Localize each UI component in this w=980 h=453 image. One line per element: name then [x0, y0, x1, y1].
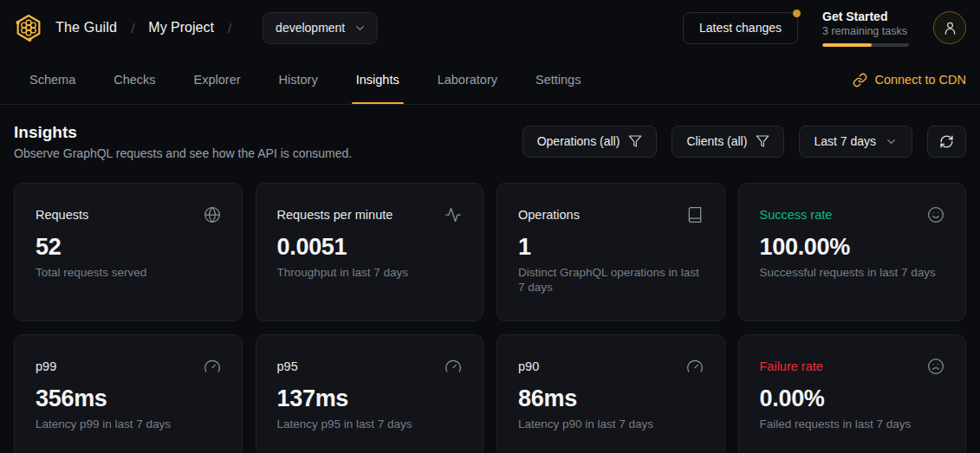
gauge-icon — [445, 358, 462, 375]
latest-changes-label: Latest changes — [699, 21, 782, 35]
get-started-title: Get Started — [822, 10, 909, 24]
stat-card-p99: p99 356ms Latency p99 in last 7 days — [14, 334, 243, 453]
card-title: Failure rate — [760, 358, 823, 375]
gauge-icon — [686, 358, 704, 375]
stat-card-failure-rate: Failure rate 0.00% Failed requests in la… — [738, 334, 967, 453]
book-icon — [686, 206, 704, 223]
tab-schema[interactable]: Schema — [29, 55, 75, 104]
card-description: Throughput in last 7 days — [277, 265, 463, 280]
card-title: p90 — [518, 358, 539, 375]
page-title: Insights — [14, 122, 352, 143]
breadcrumb-project[interactable]: My Project — [148, 20, 214, 36]
cdn-link-label: Connect to CDN — [874, 73, 966, 87]
tab-explorer[interactable]: Explorer — [194, 55, 241, 104]
card-value: 52 — [36, 233, 221, 261]
tab-laboratory[interactable]: Laboratory — [438, 55, 497, 104]
filter-icon — [628, 134, 642, 148]
target-select-value: development — [276, 21, 345, 35]
page-header: Insights Observe GraphQL requests and se… — [14, 122, 966, 160]
get-started-subtitle: 3 remaining tasks — [822, 24, 909, 38]
stat-card-p90: p90 86ms Latency p90 in last 7 days — [496, 334, 725, 453]
date-range-select[interactable]: Last 7 days — [799, 126, 912, 158]
gauge-icon — [204, 358, 221, 375]
card-value: 1 — [518, 233, 704, 261]
notification-dot — [793, 10, 801, 17]
breadcrumb-separator: / — [228, 21, 231, 36]
card-description: Total requests served — [36, 265, 221, 280]
link-icon — [853, 73, 867, 87]
insights-page: Insights Observe GraphQL requests and se… — [0, 105, 980, 453]
card-description: Latency p95 in last 7 days — [277, 417, 463, 431]
connect-to-cdn-link[interactable]: Connect to CDN — [853, 55, 966, 104]
refresh-icon — [939, 134, 954, 149]
tab-checks[interactable]: Checks — [114, 55, 155, 104]
globe-icon — [204, 206, 221, 223]
frown-icon — [927, 358, 944, 375]
nav-tabs: Schema Checks Explorer History Insights … — [29, 55, 581, 104]
card-value: 356ms — [36, 385, 221, 412]
guild-logo[interactable] — [14, 13, 43, 42]
header-actions: Latest changes Get Started 3 remaining t… — [683, 10, 966, 47]
operations-filter-label: Operations (all) — [537, 134, 620, 148]
card-title: Operations — [518, 206, 580, 223]
clients-filter-label: Clients (all) — [686, 134, 747, 148]
tab-insights[interactable]: Insights — [356, 55, 399, 104]
tab-history[interactable]: History — [279, 55, 318, 104]
get-started-widget[interactable]: Get Started 3 remaining tasks — [822, 10, 909, 47]
smile-icon — [927, 206, 944, 223]
stat-card-success-rate: Success rate 100.00% Successful requests… — [738, 183, 967, 321]
card-title: Success rate — [760, 206, 833, 223]
card-title: p99 — [36, 358, 56, 375]
card-value: 137ms — [277, 385, 463, 412]
latest-changes-button[interactable]: Latest changes — [683, 12, 798, 44]
main-nav: Schema Checks Explorer History Insights … — [0, 55, 980, 105]
page-subtitle: Observe GraphQL requests and see how the… — [14, 146, 352, 160]
card-value: 0.0051 — [277, 233, 463, 261]
card-value: 86ms — [518, 385, 704, 412]
page-title-block: Insights Observe GraphQL requests and se… — [14, 122, 352, 160]
filters-bar: Operations (all) Clients (all) Last 7 da… — [522, 126, 966, 158]
card-description: Successful requests in last 7 days — [760, 265, 945, 280]
breadcrumb-org[interactable]: The Guild — [55, 20, 117, 36]
get-started-progress — [822, 43, 909, 47]
card-title: p95 — [277, 358, 298, 375]
card-value: 100.00% — [760, 233, 945, 261]
card-description: Distinct GraphQL operations in last 7 da… — [518, 265, 704, 294]
target-select[interactable]: development — [263, 12, 378, 44]
get-started-progress-fill — [822, 43, 872, 47]
clients-filter-button[interactable]: Clients (all) — [672, 126, 784, 158]
top-header: The Guild / My Project / development Lat… — [0, 0, 980, 55]
card-description: Latency p90 in last 7 days — [518, 417, 704, 431]
stat-card-requests-per-minute: Requests per minute 0.0051 Throughput in… — [256, 183, 484, 321]
stats-grid: Requests 52 Total requests served Reques… — [14, 183, 966, 453]
stat-card-requests: Requests 52 Total requests served — [14, 183, 243, 321]
stat-card-operations: Operations 1 Distinct GraphQL operations… — [496, 183, 725, 321]
tab-settings[interactable]: Settings — [535, 55, 581, 104]
user-icon — [942, 20, 958, 36]
activity-icon — [445, 206, 462, 223]
user-avatar[interactable] — [933, 11, 966, 44]
filter-icon — [756, 134, 769, 148]
card-description: Failed requests in last 7 days — [760, 417, 945, 431]
breadcrumb-separator: / — [131, 21, 134, 36]
stat-card-p95: p95 137ms Latency p95 in last 7 days — [256, 334, 484, 453]
operations-filter-button[interactable]: Operations (all) — [522, 126, 658, 158]
chevron-down-icon — [885, 135, 898, 148]
card-description: Latency p99 in last 7 days — [36, 417, 221, 431]
card-title: Requests per minute — [277, 206, 393, 223]
chevron-down-icon — [354, 22, 367, 35]
refresh-button[interactable] — [927, 126, 966, 158]
card-value: 0.00% — [760, 385, 945, 412]
date-range-value: Last 7 days — [814, 134, 876, 148]
card-title: Requests — [36, 206, 88, 223]
